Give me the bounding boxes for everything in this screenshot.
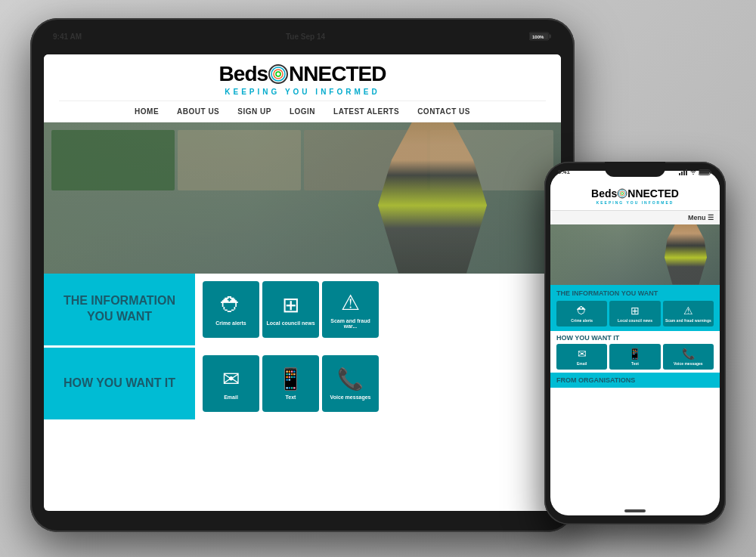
battery-icon [699,169,712,175]
text-label: Text [284,395,298,400]
tablet-voice-tile[interactable]: 📞 Voice messages [322,355,379,412]
tablet-device: 9:41 AM Tue Sep 14 100% Beds [30,18,575,532]
phone-text-icon: 📱 [628,348,641,360]
tablet-time: 9:41 AM [53,32,82,41]
tablet-crime-tile[interactable]: ⛑ Crime alerts [203,281,259,338]
tablet-info-want-icons: ⛑ Crime alerts ⊞ Local council news ⚠ Sc… [195,274,561,345]
phone-email-tile[interactable]: ✉ Email [556,344,607,370]
scam-icon: ⚠ [341,290,360,315]
svg-rect-1 [549,34,551,38]
tablet-hero [44,122,561,274]
tablet-how-want-section: HOW YOU WANT IT ✉ Email 📱 Text 📞 Voice m… [44,345,561,419]
phone-email-icon: ✉ [578,348,587,360]
tablet-info-want-text: THE INFORMATION YOU WANT [59,293,180,325]
phone-from-orgs-section: FROM ORGANISATIONS [550,373,720,388]
tablet-text-tile[interactable]: 📱 Text [262,355,319,412]
tablet-email-tile[interactable]: ✉ Email [203,355,259,412]
scene: 9:41 AM Tue Sep 14 100% Beds [15,11,741,547]
svg-rect-14 [699,170,709,174]
phone-how-want-section: HOW YOU WANT IT ✉ Email 📱 Text 📞 Voice m… [550,331,720,373]
phone-home-indicator [624,509,646,512]
nav-about[interactable]: ABOUT US [177,107,219,116]
phone-crime-tile[interactable]: ⛑ Crime alerts [556,301,607,326]
phone-menu-label[interactable]: Menu ☰ [688,214,714,221]
email-label: Email [222,395,240,400]
phone-logo-beds: Beds [591,187,617,200]
tablet-council-tile[interactable]: ⊞ Local council news [262,281,319,338]
phone-hero [550,224,720,285]
phone-status-bar: 9:41 [558,166,712,178]
tablet-info-want-label: THE INFORMATION YOU WANT [44,274,195,345]
phone-screen: Beds NNECTED KEEPING YOU INFORMED Menu ☰ [550,171,720,515]
svg-rect-13 [710,171,711,173]
crime-icon: ⛑ [221,292,242,317]
phone-info-icons-row: ⛑ Crime alerts ⊞ Local council news ⚠ Sc… [556,301,714,326]
svg-point-7 [276,72,280,76]
svg-point-6 [274,70,283,79]
voice-label: Voice messages [329,395,373,400]
phone-info-want-label: THE INFORMATION YOU WANT [556,289,714,299]
svg-point-18 [621,192,624,194]
nav-signup[interactable]: SIGN UP [237,107,271,116]
phone-menu-bar: Menu ☰ [550,210,720,224]
phone-tagline: KEEPING YOU INFORMED [556,200,714,205]
phone-how-icons-row: ✉ Email 📱 Text 📞 Voice messages [556,344,714,370]
phone-device: 9:41 [544,162,726,525]
tablet-how-want-label: HOW YOU WANT IT [44,348,195,419]
logo-beds: Beds [219,62,268,86]
hero-overlay [44,122,561,274]
phone-email-label: Email [577,361,587,366]
svg-rect-10 [683,170,685,175]
phone-text-tile[interactable]: 📱 Text [609,344,660,370]
logo-circle-icon [268,63,289,85]
nav-alerts[interactable]: LATEST ALERTS [333,107,399,116]
phone-from-orgs-label: FROM ORGANISATIONS [556,376,714,384]
phone-council-icon: ⊞ [631,305,640,317]
phone-scam-label: Scam and fraud warnings [665,318,711,323]
phone-how-want-label: HOW YOU WANT IT [556,334,714,342]
nav-contact[interactable]: CONTACT US [417,107,470,116]
tablet-scam-tile[interactable]: ⚠ Scam and fraud war... [322,281,379,338]
phone-crime-icon: ⛑ [577,305,587,317]
crime-label: Crime alerts [214,320,247,326]
phone-council-tile[interactable]: ⊞ Local council news [609,301,660,326]
tablet-info-want-section: THE INFORMATION YOU WANT ⛑ Crime alerts … [44,274,561,345]
phone-info-want-section: THE INFORMATION YOU WANT ⛑ Crime alerts … [550,285,720,332]
phone-council-label: Local council news [618,318,652,323]
signal-icon [679,169,688,175]
phone-voice-tile[interactable]: 📞 Voice messages [663,344,714,370]
council-icon: ⊞ [282,292,299,317]
logo-connected: NNECTED [289,62,386,86]
phone-voice-label: Voice messages [674,361,703,366]
svg-rect-11 [686,169,687,175]
phone-scam-icon: ⚠ [683,305,693,317]
tablet-tagline: KEEPING YOU INFORMED [59,88,546,96]
phone-voice-icon: 📞 [682,348,695,360]
tablet-date: Tue Sep 14 [286,32,325,41]
text-icon: 📱 [277,367,304,391]
tablet-how-want-text: HOW YOU WANT IT [64,376,175,391]
wifi-icon [689,169,697,175]
tablet-status-bar: 9:41 AM Tue Sep 14 100% [53,29,552,45]
phone-text-label: Text [631,361,639,366]
svg-text:100%: 100% [532,35,544,39]
svg-rect-9 [681,172,683,175]
scam-label: Scam and fraud war... [322,318,379,329]
tablet-header: Beds NNECTED KEEPING YOU INFORMED HOME A… [44,54,561,122]
phone-time: 9:41 [558,169,570,175]
phone-scam-tile[interactable]: ⚠ Scam and fraud warnings [663,301,714,326]
tablet-battery: 100% [529,32,552,42]
phone-logo: Beds NNECTED [556,187,714,200]
phone-logo-connected: NNECTED [627,187,679,200]
svg-rect-8 [679,173,680,175]
nav-login[interactable]: LOGIN [290,107,315,116]
phone-indicators [679,169,712,175]
phone-logo-circle-icon [617,188,627,199]
voice-icon: 📞 [337,367,364,391]
nav-home[interactable]: HOME [135,107,159,116]
phone-crime-label: Crime alerts [571,318,593,323]
tablet-screen: Beds NNECTED KEEPING YOU INFORMED HOME A… [44,54,561,511]
tablet-logo: Beds NNECTED [59,62,546,86]
tablet-nav: HOME ABOUT US SIGN UP LOGIN LATEST ALERT… [59,101,546,122]
tablet-how-want-icons: ✉ Email 📱 Text 📞 Voice messages [195,348,561,419]
